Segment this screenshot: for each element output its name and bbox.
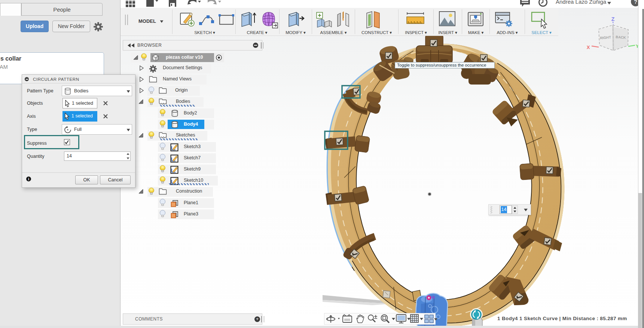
svg-text:Z: Z [611, 16, 615, 22]
svg-text:BACK: BACK [616, 35, 626, 40]
svg-text:RIGHT: RIGHT [600, 35, 611, 40]
svg-text:X: X [587, 45, 590, 50]
